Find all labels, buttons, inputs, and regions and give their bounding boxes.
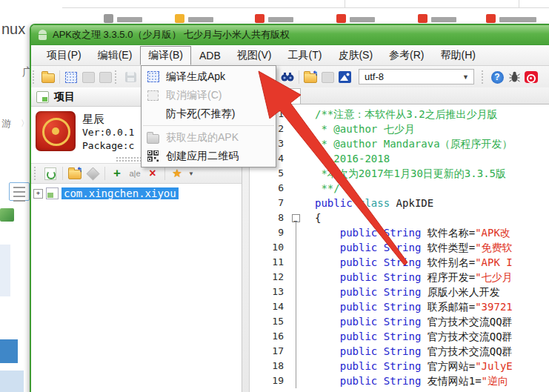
file-icon	[104, 14, 113, 23]
editor-tab-bar: t.java	[250, 87, 549, 104]
apkide-window: APK改之理 3.3.5.0（少月版） 七少月与小米人共有版权 项目(P) 编辑…	[30, 24, 549, 392]
line-number: 15	[250, 314, 290, 329]
menu-reference[interactable]: 参考(R)	[381, 46, 432, 65]
code-line[interactable]: 3 * @author Mandarava（原程序开发）	[250, 136, 549, 151]
decompile-icon[interactable]	[81, 70, 96, 84]
refresh-icon[interactable]	[43, 166, 58, 181]
extract-icon[interactable]	[85, 166, 100, 181]
weibo-icon[interactable]	[524, 70, 539, 84]
code-line[interactable]: 2 * @author 七少月	[250, 122, 549, 136]
chevron-down-icon[interactable]: ▼	[188, 170, 194, 177]
code-line[interactable]: 16 public String 官方技术交流QQ群	[250, 329, 549, 344]
menu-tools[interactable]: 工具(T)	[279, 46, 330, 65]
fold-guide	[290, 151, 305, 166]
app-name: 星辰	[82, 113, 134, 126]
menu-adb[interactable]: ADB	[191, 47, 229, 64]
line-number: 11	[250, 255, 290, 270]
image-glyph	[339, 71, 351, 83]
code-line[interactable]: 12 public String 程序开发="七少月	[250, 270, 549, 285]
fold-marker-icon[interactable]	[290, 210, 305, 225]
menu-item-get-apk[interactable]: 获取生成的APK	[142, 128, 276, 147]
code-text: public String 软件类型="免费软	[305, 240, 513, 255]
sign-apk-icon[interactable]	[98, 70, 113, 84]
menu-help[interactable]: 帮助(H)	[432, 46, 483, 65]
thunder-icon	[255, 14, 264, 23]
code-line[interactable]: 18 public String 官方网站="JulyE	[250, 359, 549, 373]
cancel-compile-icon	[147, 89, 159, 102]
binoculars-glyph	[281, 72, 294, 82]
project-tree: + com.xingchen.xiyou	[31, 184, 242, 392]
open-apk-icon[interactable]	[41, 70, 56, 84]
code-line[interactable]: 8{	[250, 210, 549, 225]
favorites-icon[interactable]: ★	[170, 166, 184, 181]
thunder-icon	[486, 14, 496, 23]
line-number: 12	[250, 270, 290, 285]
code-line[interactable]: 15 public String 官方技术交流QQ群	[250, 314, 549, 329]
code-text: * @author Mandarava（原程序开发）	[305, 136, 513, 151]
code-editor: t.java 1/**注意：本软件从3.2之后推出少月版2 * @author …	[250, 87, 549, 392]
add-icon[interactable]: +	[110, 166, 124, 181]
code-text: public String 官方技术交流QQ群	[305, 329, 513, 344]
code-line[interactable]: 7public class ApkIDE	[250, 196, 549, 210]
qr-code-icon	[147, 150, 159, 162]
code-text: public String 友情网站1="逆向	[305, 373, 508, 388]
menu-edit[interactable]: 编辑(E)	[90, 46, 141, 65]
app-package: Package:c	[82, 139, 134, 153]
search-icon[interactable]	[280, 70, 295, 84]
tree-expander-icon[interactable]: +	[33, 189, 43, 199]
code-text: public String 官方技术交流QQ群	[305, 314, 513, 329]
code-line[interactable]: 19 public String 友情网站1="逆向	[250, 373, 549, 388]
background-block	[0, 371, 24, 392]
encoding-select[interactable]: utf-8 ▼	[359, 69, 474, 84]
fold-guide	[290, 373, 305, 388]
code-line[interactable]: 4 * 2016-2018	[250, 151, 549, 166]
code-line[interactable]: 10 public String 软件类型="免费软	[250, 240, 549, 255]
menu-item-cancel-compile[interactable]: 取消编译(C)	[142, 86, 276, 104]
code-line[interactable]: 11 public String 软件别名="APK I	[250, 255, 549, 270]
background-block	[0, 339, 18, 363]
menu-skin[interactable]: 皮肤(S)	[330, 46, 381, 65]
menu-item-anti-freeze[interactable]: 防卡死(不推荐)	[142, 104, 276, 123]
code-text: public String 官方技术交流QQ群	[305, 344, 513, 359]
tree-node-label[interactable]: com.xingchen.xiyou	[61, 187, 179, 199]
menu-compile[interactable]: 编译(B)	[140, 46, 191, 65]
image-viewer-icon[interactable]	[337, 70, 352, 84]
background-text-fragment: nux	[1, 21, 25, 38]
editor-lines[interactable]: 1/**注意：本软件从3.2之后推出少月版2 * @author 七少月3 * …	[250, 104, 549, 392]
compile-icon[interactable]	[64, 70, 79, 84]
import-folder-icon[interactable]	[67, 166, 82, 181]
fold-guide	[290, 314, 305, 329]
tree-row[interactable]: + com.xingchen.xiyou	[33, 187, 242, 199]
code-text: **/	[305, 181, 340, 196]
line-number: 9	[250, 225, 290, 240]
code-text: *本次为2017年1月30日更新的3.3.5版	[305, 166, 506, 181]
save-icon[interactable]	[123, 70, 138, 84]
line-number: 17	[250, 344, 290, 359]
menu-bar: 项目(P) 编辑(E) 编译(B) ADB 视图(V) 工具(T) 皮肤(S) …	[31, 45, 549, 66]
code-line[interactable]: 14 public String 联系邮箱="39721	[250, 299, 549, 314]
code-line[interactable]: 13 public String 原版小米人开发	[250, 285, 549, 299]
title-bar: APK改之理 3.3.5.0（少月版） 七少月与小米人共有版权	[31, 25, 549, 45]
code-line[interactable]: 17 public String 官方技术交流QQ群	[250, 344, 549, 359]
rename-icon[interactable]: a|e	[127, 166, 142, 181]
import-folder-icon[interactable]	[303, 70, 318, 84]
help-icon[interactable]: ?	[490, 70, 505, 84]
menu-view[interactable]: 视图(V)	[229, 46, 280, 65]
background-block	[0, 245, 10, 296]
delete-icon[interactable]: ×	[145, 166, 160, 181]
line-number: 19	[250, 373, 290, 388]
code-line[interactable]: 9 public String 软件名称="APK改	[250, 225, 549, 240]
code-text: public String 原版小米人开发	[305, 285, 506, 299]
fold-guide	[290, 181, 305, 196]
toolbar-handle	[482, 70, 486, 84]
bug-report-icon[interactable]	[507, 70, 522, 84]
code-text: {	[305, 210, 321, 225]
menu-project[interactable]: 项目(P)	[39, 46, 90, 65]
export-icon[interactable]	[320, 70, 335, 84]
menu-item-create-qrcode[interactable]: 创建应用二维码	[142, 147, 276, 165]
code-line[interactable]: 1/**注意：本软件从3.2之后推出少月版	[250, 107, 549, 122]
toolbar: utf-8 ▼ ?	[31, 66, 549, 89]
menu-item-compile-apk[interactable]: 编译生成Apk	[142, 67, 276, 86]
code-line[interactable]: 5 *本次为2017年1月30日更新的3.3.5版	[250, 166, 549, 181]
code-line[interactable]: 6 **/	[250, 181, 549, 196]
